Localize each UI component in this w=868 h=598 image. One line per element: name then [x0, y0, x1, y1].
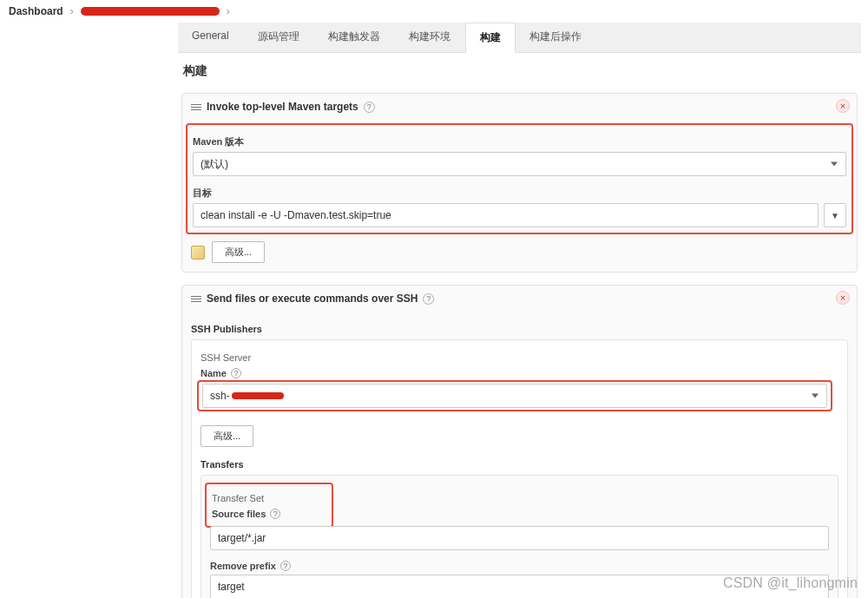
source-files-label: Source files	[212, 509, 266, 519]
maven-version-label: Maven 版本	[193, 135, 846, 148]
help-icon[interactable]: ?	[270, 509, 280, 519]
dropdown-toggle-button[interactable]: ▼	[824, 203, 846, 227]
maven-version-select[interactable]: (默认)	[193, 152, 846, 176]
panel-title: Invoke top-level Maven targets	[207, 101, 358, 113]
breadcrumb-root[interactable]: Dashboard	[9, 5, 63, 17]
help-icon[interactable]: ?	[364, 102, 375, 113]
ssh-publishers-label: SSH Publishers	[191, 324, 848, 334]
close-icon[interactable]: ×	[836, 291, 850, 305]
advanced-button[interactable]: 高级...	[201, 425, 253, 447]
breadcrumb-item-redacted[interactable]	[81, 7, 220, 16]
chevron-right-icon: ›	[227, 5, 230, 17]
transfer-set-label: Transfer Set	[212, 493, 326, 503]
ssh-server-select[interactable]: ssh-	[202, 384, 827, 408]
highlight-annotation: Maven 版本 (默认) 目标 ▼	[186, 123, 853, 234]
tab-post-build[interactable]: 构建后操作	[516, 23, 596, 52]
transfers-label: Transfers	[201, 459, 838, 470]
maven-goal-label: 目标	[193, 187, 846, 200]
tab-general[interactable]: General	[178, 23, 244, 52]
tab-scm[interactable]: 源码管理	[244, 23, 314, 52]
help-icon[interactable]: ?	[423, 293, 434, 305]
ssh-name-label: Name	[201, 368, 227, 378]
transfer-set-panel: Transfer Set Source files ? Remove prefi…	[201, 475, 838, 598]
maven-build-step-panel: × Invoke top-level Maven targets ? Maven…	[181, 93, 858, 273]
highlight-annotation: ssh-	[197, 380, 832, 411]
drag-handle-icon[interactable]	[191, 296, 201, 302]
ssh-build-step-panel: × Send files or execute commands over SS…	[181, 285, 858, 598]
section-title-build: 构建	[178, 53, 861, 88]
advanced-button[interactable]: 高级...	[212, 241, 265, 263]
close-icon[interactable]: ×	[836, 99, 850, 113]
help-icon[interactable]: ?	[231, 368, 241, 378]
ssh-server-panel: SSH Server Name ? ssh- 高级... Transfers	[191, 339, 848, 598]
panel-title: Send files or execute commands over SSH	[207, 292, 418, 305]
help-icon[interactable]: ?	[280, 561, 291, 571]
tab-triggers[interactable]: 构建触发器	[314, 23, 395, 52]
highlight-annotation: Transfer Set Source files ?	[205, 483, 333, 528]
remove-prefix-label: Remove prefix	[210, 561, 276, 571]
remove-prefix-input[interactable]	[210, 575, 829, 598]
maven-goal-input[interactable]	[193, 203, 819, 227]
drag-handle-icon[interactable]	[191, 104, 201, 110]
chevron-right-icon: ›	[70, 5, 74, 17]
config-tabs: General 源码管理 构建触发器 构建环境 构建 构建后操作	[178, 23, 861, 53]
ssh-server-label: SSH Server	[201, 352, 838, 363]
redacted-text	[232, 392, 284, 399]
breadcrumb: Dashboard › ›	[0, 0, 868, 23]
tab-build[interactable]: 构建	[465, 23, 516, 53]
notepad-icon	[191, 246, 205, 260]
tab-build-env[interactable]: 构建环境	[395, 23, 465, 52]
source-files-input[interactable]	[210, 526, 829, 550]
